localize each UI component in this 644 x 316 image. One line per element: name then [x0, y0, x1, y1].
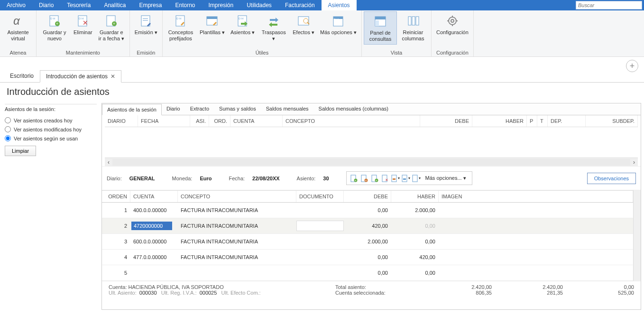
- menu-asientos[interactable]: Asientos: [322, 0, 357, 10]
- col-imagen[interactable]: IMAGEN: [439, 191, 633, 202]
- radio-segun-se-usan[interactable]: Ver asientos según se usan: [5, 134, 97, 143]
- doc-tabs: Escritorio Introducción de asientos✕: [0, 70, 644, 83]
- col-haber[interactable]: HABER: [472, 115, 527, 127]
- menu-empresa[interactable]: Empresa: [132, 0, 168, 10]
- menu-impresion[interactable]: Impresión: [202, 0, 240, 10]
- col-cuenta[interactable]: CUENTA: [230, 115, 283, 127]
- table-row[interactable]: 3 600.0.0.00000 FACTURA INTRACOMUNITARIA…: [102, 234, 633, 250]
- radio-creados-hoy[interactable]: Ver asientos creados hoy: [5, 116, 97, 125]
- col-cuenta2[interactable]: CUENTA: [130, 191, 178, 202]
- table-row[interactable]: 4 477.0.0.00000 FACTURA INTRACOMUNITARIA…: [102, 250, 633, 265]
- tab-introduccion-asientos[interactable]: Introducción de asientos✕: [40, 70, 121, 83]
- scroll-track[interactable]: [112, 159, 630, 166]
- guardar-y-nuevo-button[interactable]: D H+ Guardar y nuevo: [38, 11, 71, 44]
- col-haber2[interactable]: HABER: [391, 191, 439, 202]
- plantillas-button[interactable]: Plantillas ▾: [197, 11, 228, 37]
- col-p[interactable]: P: [527, 115, 537, 127]
- col-diario[interactable]: DIARIO: [105, 115, 138, 127]
- sel-diff: 525,00: [591, 290, 634, 296]
- cuenta-input[interactable]: [131, 222, 172, 230]
- horizontal-scrollbar[interactable]: ‹ ›: [105, 158, 638, 166]
- doc-edit-icon: D H: [173, 13, 188, 28]
- subtab-sumas[interactable]: Sumas y saldos: [214, 103, 261, 115]
- col-subdep[interactable]: SUBDEP.: [586, 115, 638, 127]
- close-icon[interactable]: ✕: [110, 73, 115, 80]
- total-debe: 2.420,00: [449, 284, 492, 290]
- limpiar-button[interactable]: Limpiar: [5, 146, 36, 156]
- svg-rect-52: [403, 178, 406, 180]
- scroll-right-icon[interactable]: ›: [630, 159, 638, 166]
- svg-text:+: +: [355, 179, 357, 182]
- svg-text:+: +: [113, 21, 115, 26]
- conceptos-prefijados-button[interactable]: D H Conceptos prefijados: [165, 11, 197, 44]
- doc-x-icon: D H✕: [75, 13, 91, 28]
- reiniciar-columnas-button[interactable]: Reiniciar columnas: [397, 11, 429, 44]
- subtab-diario[interactable]: Diario: [162, 103, 185, 115]
- cuenta-label: Cuenta:: [109, 284, 127, 290]
- col-ord[interactable]: ORD.: [209, 115, 230, 127]
- col-concepto2[interactable]: CONCEPTO: [178, 191, 296, 202]
- menu-diario[interactable]: Diario: [32, 0, 60, 10]
- menu-tesoreria[interactable]: Tesorería: [60, 0, 97, 10]
- mas-opciones-ribbon-button[interactable]: D H Más opciones ▾: [317, 11, 359, 37]
- asiento-label: Asiento:: [297, 176, 316, 181]
- col-t[interactable]: T: [537, 115, 548, 127]
- subtab-extracto[interactable]: Extracto: [185, 103, 214, 115]
- subtab-saldos-mensuales[interactable]: Saldos mensuales: [261, 103, 314, 115]
- menu-archivo[interactable]: Archivo: [0, 0, 32, 10]
- guardar-ir-fecha-button[interactable]: + Guardar e ir a fecha ▾: [95, 11, 128, 44]
- doc-add2-icon[interactable]: +: [360, 174, 368, 183]
- doc-dd3-icon[interactable]: ▾: [412, 174, 421, 183]
- doc-dd2-icon[interactable]: ▾: [402, 174, 410, 183]
- subtab-saldos-columnas[interactable]: Saldos mensuales (columnas): [314, 103, 394, 115]
- col-documento[interactable]: DOCUMENTO: [296, 191, 344, 202]
- traspasos-button[interactable]: Traspasos ▾: [258, 11, 290, 44]
- col-concepto[interactable]: CONCEPTO: [283, 115, 420, 127]
- doc-add-icon[interactable]: +: [350, 174, 358, 183]
- group-emision-label: Emisión: [130, 49, 162, 56]
- menu-entorno[interactable]: Entorno: [168, 0, 202, 10]
- mas-opciones-button[interactable]: Más opciones... ▾: [423, 174, 469, 183]
- efectos-button[interactable]: Efectos ▾: [290, 11, 317, 37]
- vertical-scrollbar[interactable]: [633, 190, 641, 281]
- radio-modificados-hoy[interactable]: Ver asientos modificados hoy: [5, 125, 97, 134]
- asientos-button[interactable]: D H Asientos ▾: [228, 11, 258, 37]
- doc-add3-icon[interactable]: +: [370, 174, 379, 183]
- col-dep[interactable]: DEP.: [548, 115, 586, 127]
- info-bar: Diario: GENERAL Moneda: Euro Fecha: 22/0…: [102, 166, 641, 190]
- svg-rect-53: [413, 175, 417, 182]
- gear-icon: [445, 13, 460, 28]
- table-row[interactable]: 2 FACTURA INTRACOMUNITARIA 420,00 0,00: [102, 218, 633, 234]
- table-row[interactable]: 1 400.0.0.00000 FACTURA INTRACOMUNITARIA…: [102, 203, 633, 218]
- menu-analitica[interactable]: Analítica: [97, 0, 132, 10]
- moneda-value: Euro: [200, 176, 212, 181]
- observaciones-button[interactable]: Observaciones: [587, 173, 636, 184]
- scroll-left-icon[interactable]: ‹: [105, 159, 112, 166]
- eliminar-button[interactable]: D H✕ Eliminar: [71, 11, 95, 37]
- doc-dd1-icon[interactable]: ▾: [391, 174, 400, 183]
- search-input[interactable]: [576, 1, 642, 9]
- col-debe2[interactable]: DEBE: [344, 191, 391, 202]
- page-title: Introducción de asientos: [0, 83, 644, 103]
- svg-rect-29: [408, 17, 411, 25]
- tab-escritorio[interactable]: Escritorio: [4, 70, 40, 82]
- col-fecha[interactable]: FECHA: [138, 115, 190, 127]
- col-debe[interactable]: DEBE: [420, 115, 472, 127]
- svg-rect-27: [375, 17, 386, 19]
- panel-consultas-button[interactable]: Panel de consultas: [364, 11, 397, 45]
- doc-remove-icon[interactable]: ✕: [381, 174, 389, 183]
- col-orden[interactable]: ORDEN: [102, 191, 130, 202]
- calendar-icon: D H: [331, 13, 346, 28]
- menu-facturacion[interactable]: Facturación: [278, 0, 322, 10]
- total-asiento-label: Total asiento:: [335, 284, 430, 290]
- asistente-virtual-button[interactable]: α Asistente virtual: [2, 11, 34, 44]
- add-tab-button[interactable]: +: [626, 60, 638, 72]
- table-row[interactable]: 5 0,00 0,00: [102, 265, 633, 281]
- menu-utilidades[interactable]: Utilidades: [240, 0, 278, 10]
- svg-text:D H: D H: [239, 17, 243, 20]
- emision-button[interactable]: Emisión ▾: [132, 11, 160, 37]
- doc-plus-icon: D H+: [47, 13, 62, 28]
- configuracion-button[interactable]: Configuración: [433, 11, 471, 37]
- subtab-sesion[interactable]: Asientos de la sesión: [102, 104, 162, 115]
- col-asi[interactable]: ASI.: [190, 115, 209, 127]
